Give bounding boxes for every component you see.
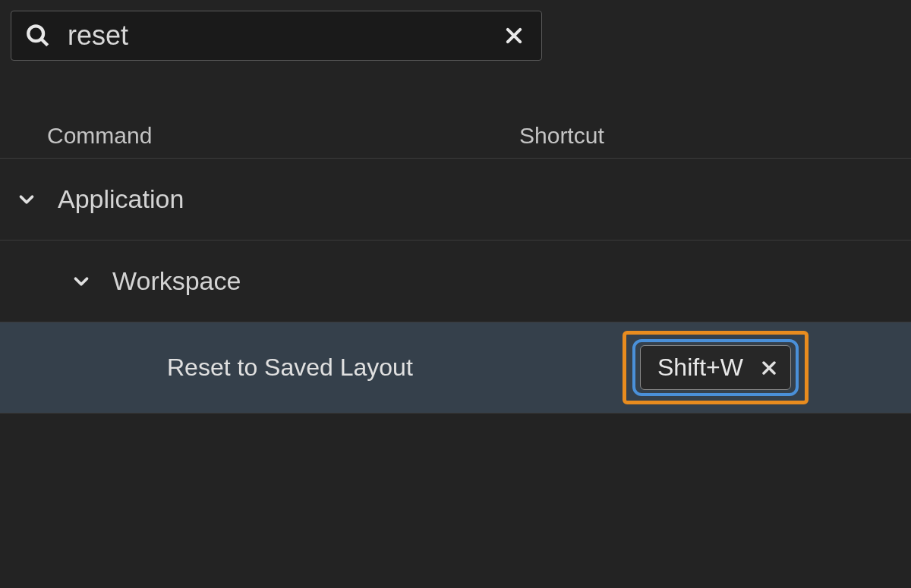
search-input[interactable] [68,20,500,52]
tree-row-workspace[interactable]: Workspace [0,241,911,322]
svg-point-0 [28,26,43,41]
chevron-down-icon[interactable] [70,270,93,293]
search-clear-button[interactable] [500,22,528,49]
search-icon [25,23,51,49]
table-header: Command Shortcut [0,114,911,159]
tree-label-reset-to-saved: Reset to Saved Layout [0,354,623,382]
tree-row-reset-to-saved[interactable]: Reset to Saved Layout Shift+W [0,322,911,413]
svg-line-1 [42,39,48,46]
chevron-down-icon[interactable] [15,188,38,211]
search-container [11,11,542,61]
tree-label-workspace: Workspace [112,266,241,296]
shortcut-input[interactable]: Shift+W [640,345,791,390]
highlight-annotation: Shift+W [623,331,809,404]
tree-row-application[interactable]: Application [0,159,911,241]
shortcut-cell: Shift+W [623,331,809,404]
tree-label-application: Application [58,184,184,214]
focus-ring: Shift+W [632,339,799,396]
header-shortcut: Shortcut [519,123,604,149]
shortcut-text: Shift+W [657,354,743,382]
header-command: Command [0,123,519,149]
shortcut-clear-button[interactable] [760,359,778,377]
shortcuts-table: Command Shortcut Application Workspace R… [0,114,911,413]
